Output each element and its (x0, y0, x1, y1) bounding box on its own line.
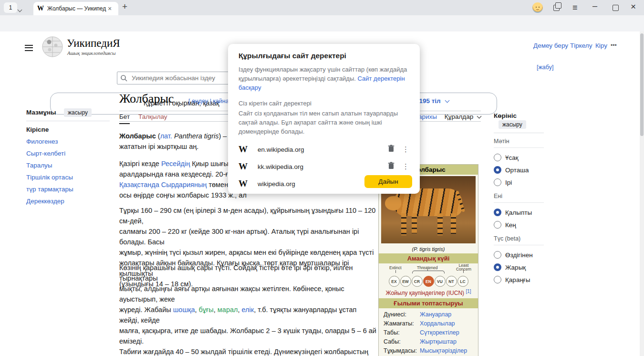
scrollbar-thumb[interactable] (640, 33, 644, 136)
toc-item[interactable]: Таралуы (26, 162, 110, 169)
wikipedia-favicon: W (37, 5, 44, 12)
status-code-VU: VU (435, 276, 446, 287)
species-name: Panthera tigris (174, 132, 219, 140)
tools-menu[interactable]: Құралдар (445, 113, 473, 120)
link-russia[interactable]: Ресейдің (161, 160, 190, 168)
radio-off-icon[interactable] (494, 221, 501, 229)
tax-link[interactable]: Мысықтәрізділер (420, 347, 467, 354)
site-kebab-icon[interactable]: ⋮ (402, 145, 409, 154)
banner-close-link[interactable]: [жабу] (537, 64, 553, 71)
tab-panel-icon[interactable] (553, 4, 560, 12)
nav-donate-link[interactable]: Демеу беру (533, 42, 568, 49)
appearance-panel: Көрініс жасыру Мәтін Ұсақ Орташа Ірі Ені… (494, 111, 544, 283)
radio-off-icon[interactable] (494, 154, 501, 161)
tab-list-chevron-icon[interactable] (18, 5, 21, 13)
paragraph-4: Көзінің қарашығы ашық сары түсті. Сойдақ… (119, 262, 377, 356)
toc-hide-button[interactable]: жасыру (64, 108, 92, 117)
tax-row: Жамағаты:Хордалылар (379, 319, 478, 328)
tax-row: Сабы:Жыртқыштар (379, 337, 478, 346)
toc-item-intro[interactable]: Кіріспе (26, 126, 110, 133)
tab-talk[interactable]: Талқылау (138, 113, 167, 120)
status-code-EN-active: EN (423, 276, 434, 287)
link-roe[interactable]: елік (242, 306, 254, 314)
radio-on-icon[interactable] (494, 209, 501, 216)
appearance-hide-button[interactable]: жасыру (499, 120, 526, 129)
tax-link[interactable]: Сүтқоректілер (420, 329, 459, 336)
wikipedia-favicon: W (239, 161, 258, 172)
wiki-tagline: Ашық энциклопедиясы (67, 51, 115, 56)
browser-toolbar: ← ↻ kk.wikipedia.org Жолбарыс — Уикипеди… (0, 15, 644, 32)
tab-title: Жолбарыс — Уикипед (47, 5, 107, 12)
option-auto[interactable]: Өздігінен (494, 251, 544, 259)
delete-site-icon[interactable] (388, 162, 395, 171)
toc: Мазмұны жасыру Кіріспе Филогенез Сырт-ке… (26, 108, 110, 205)
radio-off-icon[interactable] (494, 251, 501, 259)
tab-counter-button[interactable]: 1 (4, 2, 17, 13)
option-wide[interactable]: Кең (494, 221, 544, 229)
nav-login-link[interactable]: Кіру (595, 42, 607, 49)
delete-site-icon[interactable] (388, 145, 395, 154)
toc-item[interactable]: түр тармақтары (26, 186, 110, 193)
tax-link[interactable]: Жыртқыштар (420, 338, 457, 345)
tax-link[interactable]: Хордалылар (420, 320, 455, 327)
option-small[interactable]: Ұсақ (494, 154, 544, 161)
language-count[interactable]: 195 тіл (419, 97, 440, 105)
new-tab-button[interactable]: + (122, 1, 127, 12)
link-deer[interactable]: бұғы (199, 306, 214, 314)
status-codes: EX EW CR EN VU NT LC (379, 275, 478, 288)
bold-term: Жолбарыс (119, 132, 156, 140)
tab-close-icon[interactable]: × (108, 5, 112, 12)
toc-item[interactable]: Сырт-келбеті (26, 150, 110, 157)
radio-on-icon[interactable] (494, 166, 501, 174)
status-code-EW: EW (400, 276, 411, 287)
window-close-button[interactable]: × (631, 1, 636, 12)
dialog-description: Іздеу функцияларын жақсарту үшін сайттар… (239, 65, 409, 92)
site-row: W kk.wikipedia.org ⋮ (239, 158, 409, 175)
option-medium[interactable]: Орташа (494, 166, 544, 174)
site-domain: en.wikipedia.org (258, 146, 388, 153)
radio-on-icon[interactable] (494, 263, 501, 271)
option-dark[interactable]: Қараңғы (494, 276, 544, 283)
appearance-header: Көрініс (494, 112, 517, 119)
profile-avatar[interactable] (532, 2, 543, 13)
option-large[interactable]: Ірі (494, 178, 544, 186)
status-scale-labels: Extinct Threatened Least Concern (379, 263, 478, 275)
text-size-label: Мәтін (494, 138, 544, 145)
link-kazakhstan-syrdarya[interactable]: Қазақстанда Сырдарияның (119, 181, 207, 188)
nav-register-link[interactable]: Тіркелу (570, 42, 592, 49)
citation-1[interactable]: [1] (466, 289, 471, 294)
tab-page[interactable]: Бет (119, 113, 130, 124)
minimize-button[interactable]: – (592, 1, 597, 11)
toc-item[interactable]: Дереккөздер (26, 198, 110, 205)
status-code-EX: EX (389, 276, 400, 287)
link-lat[interactable]: лат. (160, 132, 172, 140)
toc-item[interactable]: Тіршілік ортасы (26, 174, 110, 181)
nav-more-icon[interactable]: ••• (611, 42, 617, 49)
iucn-label[interactable]: (IUCN) (447, 290, 464, 296)
status-code-NT: NT (446, 276, 457, 287)
browser-tabstrip: 1 W Жолбарыс — Уикипед × + ≡ – × (0, 0, 644, 15)
link-maral[interactable]: марал (218, 306, 238, 314)
wikipedia-globe-logo[interactable] (42, 36, 63, 59)
done-button[interactable]: Дайын (364, 175, 412, 188)
status-header: Амандық күйі (379, 253, 478, 263)
toc-item[interactable]: Филогенез (26, 138, 110, 145)
browser-menu-button[interactable]: ≡ (572, 3, 578, 13)
wiki-wordmark[interactable]: УикипедиЯ (67, 37, 120, 50)
dialog-description-2: Сайт сіз қолданатын тіл мен сатып алатын… (239, 109, 409, 136)
radio-off-icon[interactable] (494, 178, 501, 186)
wiki-hamburger-icon[interactable] (25, 43, 33, 52)
restore-button[interactable] (613, 5, 619, 11)
tax-link[interactable]: Жануарлар (420, 311, 451, 318)
taxonomy-header: Ғылыми топтастыруы (379, 298, 478, 308)
option-standard[interactable]: Қалыпты (494, 209, 544, 216)
site-domain: kk.wikipedia.org (258, 163, 388, 170)
radio-off-icon[interactable] (494, 276, 501, 283)
dialog-title: Құрылғыдағы сайт деректері (239, 52, 409, 60)
image-caption: (P. tigris tigris) (379, 245, 478, 253)
endangered-link[interactable]: Жойылу қаупіндегілер (385, 290, 446, 296)
option-light[interactable]: Жарық (494, 263, 544, 271)
browser-tab[interactable]: W Жолбарыс — Уикипед × (33, 2, 118, 15)
site-kebab-icon[interactable]: ⋮ (402, 162, 409, 171)
link-boar[interactable]: шошқа (173, 306, 195, 314)
